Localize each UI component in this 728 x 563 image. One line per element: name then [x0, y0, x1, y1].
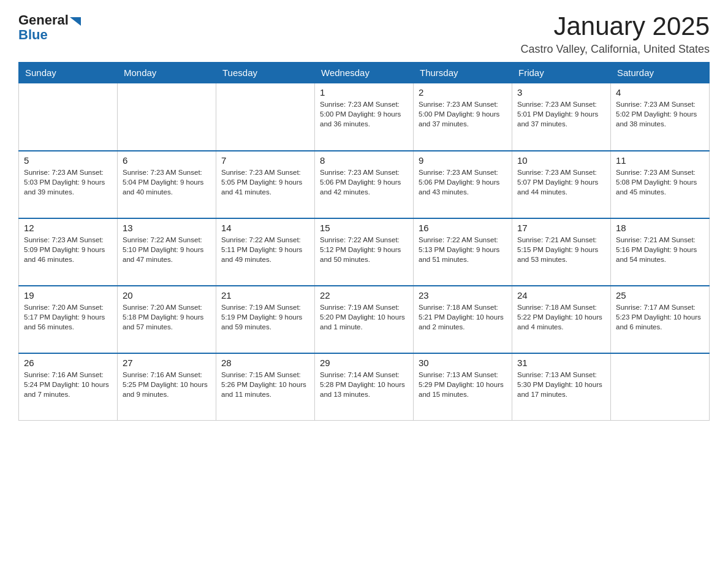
table-row: 25Sunrise: 7:17 AM Sunset: 5:23 PM Dayli… [611, 286, 710, 353]
table-row: 27Sunrise: 7:16 AM Sunset: 5:25 PM Dayli… [118, 353, 216, 421]
page-header: General Blue January 2025 Castro Valley,… [18, 12, 710, 56]
day-number: 27 [123, 358, 211, 368]
table-row [216, 83, 315, 151]
day-info: Sunrise: 7:22 AM Sunset: 5:12 PM Dayligh… [320, 235, 408, 264]
day-number: 29 [320, 358, 408, 368]
table-row [611, 353, 710, 421]
svg-marker-0 [70, 17, 81, 26]
table-row: 6Sunrise: 7:23 AM Sunset: 5:04 PM Daylig… [118, 151, 216, 218]
day-info: Sunrise: 7:23 AM Sunset: 5:05 PM Dayligh… [221, 167, 309, 197]
table-row: 31Sunrise: 7:13 AM Sunset: 5:30 PM Dayli… [512, 353, 611, 421]
header-friday: Friday [512, 63, 611, 83]
day-number: 6 [123, 155, 211, 166]
day-info: Sunrise: 7:23 AM Sunset: 5:01 PM Dayligh… [517, 99, 605, 129]
day-number: 18 [616, 223, 704, 233]
table-row: 16Sunrise: 7:22 AM Sunset: 5:13 PM Dayli… [414, 218, 512, 286]
table-row: 11Sunrise: 7:23 AM Sunset: 5:08 PM Dayli… [611, 151, 710, 218]
calendar-table: Sunday Monday Tuesday Wednesday Thursday… [18, 62, 710, 421]
table-row: 24Sunrise: 7:18 AM Sunset: 5:22 PM Dayli… [512, 286, 611, 353]
day-info: Sunrise: 7:15 AM Sunset: 5:26 PM Dayligh… [221, 370, 309, 399]
day-info: Sunrise: 7:13 AM Sunset: 5:30 PM Dayligh… [517, 370, 605, 399]
day-number: 13 [123, 223, 211, 233]
table-row: 3Sunrise: 7:23 AM Sunset: 5:01 PM Daylig… [512, 83, 611, 151]
logo-triangle-icon [70, 15, 83, 28]
header-wednesday: Wednesday [315, 63, 414, 83]
table-row: 19Sunrise: 7:20 AM Sunset: 5:17 PM Dayli… [19, 286, 118, 353]
table-row: 17Sunrise: 7:21 AM Sunset: 5:15 PM Dayli… [512, 218, 611, 286]
day-info: Sunrise: 7:23 AM Sunset: 5:04 PM Dayligh… [123, 167, 211, 197]
day-info: Sunrise: 7:23 AM Sunset: 5:07 PM Dayligh… [517, 167, 605, 197]
table-row: 2Sunrise: 7:23 AM Sunset: 5:00 PM Daylig… [414, 83, 512, 151]
day-number: 14 [221, 223, 309, 233]
day-number: 30 [419, 358, 507, 368]
table-row [118, 83, 216, 151]
calendar-week-row: 19Sunrise: 7:20 AM Sunset: 5:17 PM Dayli… [19, 286, 710, 353]
day-info: Sunrise: 7:18 AM Sunset: 5:21 PM Dayligh… [419, 302, 507, 332]
table-row: 9Sunrise: 7:23 AM Sunset: 5:06 PM Daylig… [414, 151, 512, 218]
day-info: Sunrise: 7:21 AM Sunset: 5:16 PM Dayligh… [616, 235, 704, 264]
day-info: Sunrise: 7:18 AM Sunset: 5:22 PM Dayligh… [517, 302, 605, 332]
day-info: Sunrise: 7:13 AM Sunset: 5:29 PM Dayligh… [419, 370, 507, 399]
calendar-week-row: 12Sunrise: 7:23 AM Sunset: 5:09 PM Dayli… [19, 218, 710, 286]
day-number: 12 [24, 223, 112, 233]
day-number: 26 [24, 358, 112, 368]
calendar-week-row: 5Sunrise: 7:23 AM Sunset: 5:03 PM Daylig… [19, 151, 710, 218]
table-row: 15Sunrise: 7:22 AM Sunset: 5:12 PM Dayli… [315, 218, 414, 286]
table-row: 20Sunrise: 7:20 AM Sunset: 5:18 PM Dayli… [118, 286, 216, 353]
day-info: Sunrise: 7:14 AM Sunset: 5:28 PM Dayligh… [320, 370, 408, 399]
table-row [19, 83, 118, 151]
calendar-week-row: 26Sunrise: 7:16 AM Sunset: 5:24 PM Dayli… [19, 353, 710, 421]
table-row: 13Sunrise: 7:22 AM Sunset: 5:10 PM Dayli… [118, 218, 216, 286]
table-row: 29Sunrise: 7:14 AM Sunset: 5:28 PM Dayli… [315, 353, 414, 421]
month-title: January 2025 [521, 12, 710, 40]
day-number: 5 [24, 155, 112, 166]
table-row: 30Sunrise: 7:13 AM Sunset: 5:29 PM Dayli… [414, 353, 512, 421]
day-number: 23 [419, 290, 507, 301]
table-row: 1Sunrise: 7:23 AM Sunset: 5:00 PM Daylig… [315, 83, 414, 151]
day-number: 7 [221, 155, 309, 166]
day-number: 31 [517, 358, 605, 368]
day-info: Sunrise: 7:20 AM Sunset: 5:18 PM Dayligh… [123, 302, 211, 332]
table-row: 26Sunrise: 7:16 AM Sunset: 5:24 PM Dayli… [19, 353, 118, 421]
title-area: January 2025 Castro Valley, California, … [521, 12, 710, 56]
day-number: 25 [616, 290, 704, 301]
table-row: 4Sunrise: 7:23 AM Sunset: 5:02 PM Daylig… [611, 83, 710, 151]
day-info: Sunrise: 7:19 AM Sunset: 5:20 PM Dayligh… [320, 302, 408, 332]
day-info: Sunrise: 7:22 AM Sunset: 5:11 PM Dayligh… [221, 235, 309, 264]
day-number: 11 [616, 155, 704, 166]
day-info: Sunrise: 7:22 AM Sunset: 5:10 PM Dayligh… [123, 235, 211, 264]
header-saturday: Saturday [611, 63, 710, 83]
day-info: Sunrise: 7:23 AM Sunset: 5:03 PM Dayligh… [24, 167, 112, 197]
day-number: 24 [517, 290, 605, 301]
table-row: 18Sunrise: 7:21 AM Sunset: 5:16 PM Dayli… [611, 218, 710, 286]
day-info: Sunrise: 7:23 AM Sunset: 5:06 PM Dayligh… [419, 167, 507, 197]
day-info: Sunrise: 7:16 AM Sunset: 5:24 PM Dayligh… [24, 370, 112, 399]
table-row: 28Sunrise: 7:15 AM Sunset: 5:26 PM Dayli… [216, 353, 315, 421]
header-monday: Monday [118, 63, 216, 83]
day-number: 20 [123, 290, 211, 301]
logo: General Blue [18, 12, 83, 42]
day-info: Sunrise: 7:20 AM Sunset: 5:17 PM Dayligh… [24, 302, 112, 332]
day-info: Sunrise: 7:23 AM Sunset: 5:02 PM Dayligh… [616, 99, 704, 129]
table-row: 23Sunrise: 7:18 AM Sunset: 5:21 PM Dayli… [414, 286, 512, 353]
table-row: 8Sunrise: 7:23 AM Sunset: 5:06 PM Daylig… [315, 151, 414, 218]
day-info: Sunrise: 7:23 AM Sunset: 5:08 PM Dayligh… [616, 167, 704, 197]
header-thursday: Thursday [414, 63, 512, 83]
table-row: 22Sunrise: 7:19 AM Sunset: 5:20 PM Dayli… [315, 286, 414, 353]
day-number: 2 [419, 87, 507, 98]
day-number: 21 [221, 290, 309, 301]
day-number: 19 [24, 290, 112, 301]
day-number: 8 [320, 155, 408, 166]
day-info: Sunrise: 7:23 AM Sunset: 5:06 PM Dayligh… [320, 167, 408, 197]
day-number: 16 [419, 223, 507, 233]
day-number: 17 [517, 223, 605, 233]
table-row: 7Sunrise: 7:23 AM Sunset: 5:05 PM Daylig… [216, 151, 315, 218]
day-number: 4 [616, 87, 704, 98]
day-info: Sunrise: 7:16 AM Sunset: 5:25 PM Dayligh… [123, 370, 211, 399]
weekday-header-row: Sunday Monday Tuesday Wednesday Thursday… [19, 63, 710, 83]
day-info: Sunrise: 7:23 AM Sunset: 5:00 PM Dayligh… [320, 99, 408, 129]
table-row: 10Sunrise: 7:23 AM Sunset: 5:07 PM Dayli… [512, 151, 611, 218]
table-row: 21Sunrise: 7:19 AM Sunset: 5:19 PM Dayli… [216, 286, 315, 353]
calendar-week-row: 1Sunrise: 7:23 AM Sunset: 5:00 PM Daylig… [19, 83, 710, 151]
table-row: 5Sunrise: 7:23 AM Sunset: 5:03 PM Daylig… [19, 151, 118, 218]
